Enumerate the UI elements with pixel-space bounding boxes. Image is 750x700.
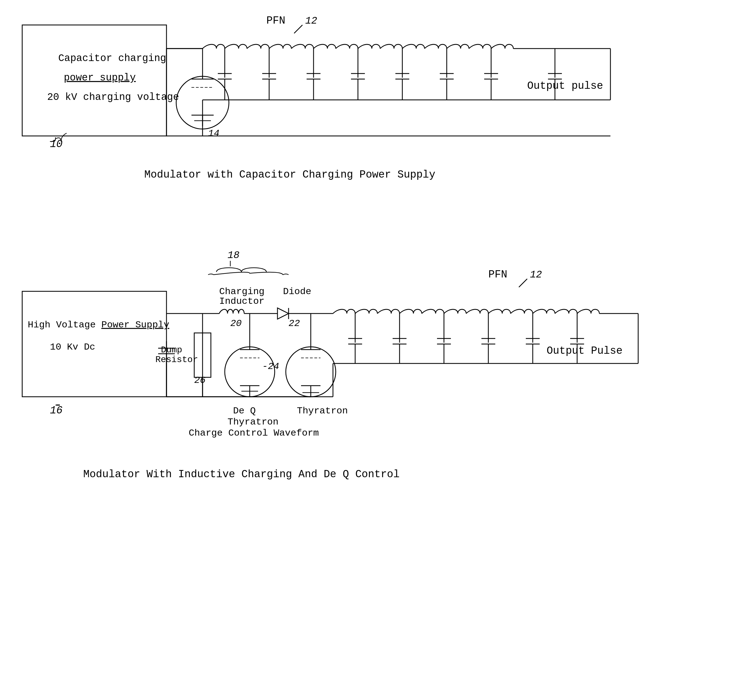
svg-line-7 — [294, 25, 303, 33]
svg-text:12: 12 — [530, 269, 542, 281]
svg-text:Dump: Dump — [161, 345, 182, 355]
svg-text:10 Kv Dc: 10 Kv Dc — [50, 342, 95, 352]
svg-text:Output pulse: Output pulse — [527, 80, 603, 92]
svg-text:-24: -24 — [262, 361, 279, 372]
svg-text:20: 20 — [230, 318, 242, 329]
svg-text:Diode: Diode — [283, 286, 311, 297]
svg-text:Charge Control Waveform: Charge Control Waveform — [189, 428, 319, 438]
svg-text:Output Pulse: Output Pulse — [547, 345, 622, 357]
svg-text:Thyratron: Thyratron — [297, 405, 348, 416]
svg-text:Capacitor charging: Capacitor charging — [58, 53, 166, 64]
page: Capacitor charging power supply 20 kV ch… — [0, 0, 750, 700]
svg-text:22: 22 — [289, 318, 300, 329]
svg-text:De Q: De Q — [233, 405, 256, 416]
svg-text:PFN: PFN — [488, 269, 507, 281]
svg-text:Modulator With Inductive Charg: Modulator With Inductive Charging And De… — [83, 468, 400, 480]
svg-marker-75 — [277, 308, 289, 319]
svg-text:12: 12 — [305, 15, 317, 27]
svg-text:16: 16 — [50, 405, 63, 416]
svg-text:14: 14 — [208, 128, 220, 139]
svg-text:26: 26 — [194, 375, 206, 386]
svg-text:20 kV charging voltage: 20 kV charging voltage — [47, 92, 179, 103]
svg-text:Inductor: Inductor — [219, 296, 264, 307]
svg-text:Modulator with Capacitor Charg: Modulator with Capacitor Charging Power … — [144, 169, 435, 181]
svg-text:18: 18 — [227, 250, 240, 261]
svg-text:Thyratron: Thyratron — [227, 417, 278, 427]
svg-text:Resistor: Resistor — [155, 355, 198, 365]
svg-line-81 — [519, 279, 527, 287]
svg-text:power  supply: power supply — [64, 72, 136, 83]
svg-text:Charging: Charging — [219, 286, 264, 297]
svg-text:High Voltage Power Supply: High Voltage Power Supply — [28, 319, 169, 330]
svg-text:PFN: PFN — [266, 15, 285, 27]
